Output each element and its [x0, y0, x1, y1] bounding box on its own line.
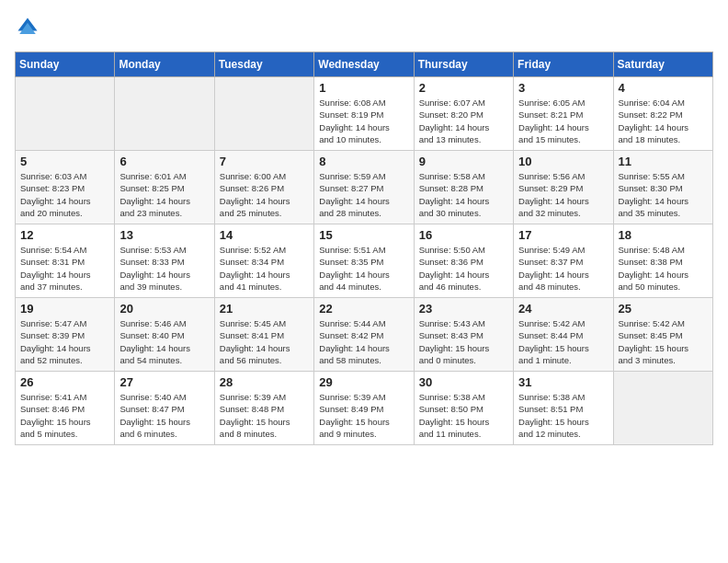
day-number: 26 [20, 375, 109, 389]
day-info: Sunrise: 6:05 AM Sunset: 8:21 PM Dayligh… [518, 97, 608, 145]
day-number: 31 [518, 375, 608, 389]
calendar-cell: 10Sunrise: 5:56 AM Sunset: 8:29 PM Dayli… [514, 151, 613, 224]
day-info: Sunrise: 5:45 AM Sunset: 8:41 PM Dayligh… [220, 317, 309, 366]
weekday-header-friday: Friday [514, 52, 613, 77]
day-info: Sunrise: 5:42 AM Sunset: 8:45 PM Dayligh… [619, 317, 708, 366]
calendar-cell: 1Sunrise: 6:08 AM Sunset: 8:19 PM Daylig… [314, 77, 414, 151]
weekday-header-row: SundayMondayTuesdayWednesdayThursdayFrid… [16, 52, 713, 77]
calendar-cell: 31Sunrise: 5:38 AM Sunset: 8:51 PM Dayli… [514, 372, 613, 445]
day-info: Sunrise: 5:51 AM Sunset: 8:35 PM Dayligh… [319, 244, 408, 293]
day-number: 6 [119, 155, 209, 168]
calendar-cell: 16Sunrise: 5:50 AM Sunset: 8:36 PM Dayli… [414, 224, 513, 298]
logo [15, 15, 44, 40]
day-number: 14 [220, 228, 309, 242]
day-info: Sunrise: 5:40 AM Sunset: 8:47 PM Dayligh… [119, 391, 209, 440]
day-info: Sunrise: 5:38 AM Sunset: 8:51 PM Dayligh… [518, 391, 608, 440]
calendar-table: SundayMondayTuesdayWednesdayThursdayFrid… [15, 52, 713, 445]
day-number: 22 [319, 302, 408, 316]
weekday-header-saturday: Saturday [613, 52, 712, 77]
calendar-cell: 15Sunrise: 5:51 AM Sunset: 8:35 PM Dayli… [314, 224, 414, 298]
calendar-body: 1Sunrise: 6:08 AM Sunset: 8:19 PM Daylig… [16, 77, 713, 445]
calendar-cell: 30Sunrise: 5:38 AM Sunset: 8:50 PM Dayli… [414, 372, 513, 445]
calendar-cell: 4Sunrise: 6:04 AM Sunset: 8:22 PM Daylig… [613, 77, 712, 151]
calendar-cell: 20Sunrise: 5:46 AM Sunset: 8:40 PM Dayli… [115, 298, 214, 372]
week-row-2: 5Sunrise: 6:03 AM Sunset: 8:23 PM Daylig… [16, 151, 713, 224]
day-number: 24 [518, 302, 608, 316]
week-row-5: 26Sunrise: 5:41 AM Sunset: 8:46 PM Dayli… [16, 372, 713, 445]
day-info: Sunrise: 5:50 AM Sunset: 8:36 PM Dayligh… [419, 244, 508, 293]
calendar-cell: 5Sunrise: 6:03 AM Sunset: 8:23 PM Daylig… [16, 151, 115, 224]
calendar-cell: 13Sunrise: 5:53 AM Sunset: 8:33 PM Dayli… [115, 224, 214, 298]
week-row-3: 12Sunrise: 5:54 AM Sunset: 8:31 PM Dayli… [16, 224, 713, 298]
day-number: 27 [119, 375, 209, 389]
day-number: 19 [20, 302, 109, 316]
calendar-cell: 27Sunrise: 5:40 AM Sunset: 8:47 PM Dayli… [115, 372, 214, 445]
week-row-4: 19Sunrise: 5:47 AM Sunset: 8:39 PM Dayli… [16, 298, 713, 372]
calendar-cell: 18Sunrise: 5:48 AM Sunset: 8:38 PM Dayli… [613, 224, 712, 298]
calendar-cell: 14Sunrise: 5:52 AM Sunset: 8:34 PM Dayli… [214, 224, 313, 298]
day-info: Sunrise: 5:42 AM Sunset: 8:44 PM Dayligh… [518, 317, 608, 366]
day-info: Sunrise: 5:46 AM Sunset: 8:40 PM Dayligh… [119, 317, 209, 366]
day-info: Sunrise: 5:39 AM Sunset: 8:48 PM Dayligh… [220, 391, 309, 440]
day-number: 18 [619, 228, 708, 242]
day-info: Sunrise: 6:08 AM Sunset: 8:19 PM Dayligh… [319, 97, 408, 145]
day-info: Sunrise: 5:47 AM Sunset: 8:39 PM Dayligh… [20, 317, 109, 366]
day-number: 12 [20, 228, 109, 242]
day-number: 23 [419, 302, 508, 316]
day-info: Sunrise: 5:41 AM Sunset: 8:46 PM Dayligh… [20, 391, 109, 440]
day-info: Sunrise: 5:53 AM Sunset: 8:33 PM Dayligh… [119, 244, 209, 293]
day-info: Sunrise: 6:03 AM Sunset: 8:23 PM Dayligh… [20, 170, 109, 219]
day-number: 28 [220, 375, 309, 389]
calendar-cell: 11Sunrise: 5:55 AM Sunset: 8:30 PM Dayli… [613, 151, 712, 224]
calendar-cell: 22Sunrise: 5:44 AM Sunset: 8:42 PM Dayli… [314, 298, 414, 372]
day-number: 3 [518, 81, 608, 95]
day-info: Sunrise: 5:39 AM Sunset: 8:49 PM Dayligh… [319, 391, 408, 440]
day-info: Sunrise: 5:54 AM Sunset: 8:31 PM Dayligh… [20, 244, 109, 293]
day-info: Sunrise: 5:55 AM Sunset: 8:30 PM Dayligh… [619, 170, 708, 219]
day-number: 11 [619, 155, 708, 168]
weekday-header-sunday: Sunday [16, 52, 115, 77]
day-number: 16 [419, 228, 508, 242]
day-number: 17 [518, 228, 608, 242]
logo-icon [15, 15, 40, 40]
day-number: 2 [419, 81, 508, 95]
day-info: Sunrise: 5:58 AM Sunset: 8:28 PM Dayligh… [419, 170, 508, 219]
day-number: 21 [220, 302, 309, 316]
day-number: 4 [619, 81, 708, 95]
day-info: Sunrise: 5:43 AM Sunset: 8:43 PM Dayligh… [419, 317, 508, 366]
calendar-cell: 25Sunrise: 5:42 AM Sunset: 8:45 PM Dayli… [613, 298, 712, 372]
calendar-cell: 8Sunrise: 5:59 AM Sunset: 8:27 PM Daylig… [314, 151, 414, 224]
day-number: 25 [619, 302, 708, 316]
day-number: 20 [119, 302, 209, 316]
day-info: Sunrise: 5:38 AM Sunset: 8:50 PM Dayligh… [419, 391, 508, 440]
day-info: Sunrise: 6:00 AM Sunset: 8:26 PM Dayligh… [220, 170, 309, 219]
day-number: 1 [319, 81, 408, 95]
day-info: Sunrise: 5:49 AM Sunset: 8:37 PM Dayligh… [518, 244, 608, 293]
calendar-cell: 21Sunrise: 5:45 AM Sunset: 8:41 PM Dayli… [214, 298, 313, 372]
day-info: Sunrise: 6:07 AM Sunset: 8:20 PM Dayligh… [419, 97, 508, 145]
week-row-1: 1Sunrise: 6:08 AM Sunset: 8:19 PM Daylig… [16, 77, 713, 151]
calendar-cell [16, 77, 115, 151]
day-info: Sunrise: 5:59 AM Sunset: 8:27 PM Dayligh… [319, 170, 408, 219]
calendar-cell: 9Sunrise: 5:58 AM Sunset: 8:28 PM Daylig… [414, 151, 513, 224]
day-info: Sunrise: 5:56 AM Sunset: 8:29 PM Dayligh… [518, 170, 608, 219]
page-header [15, 15, 713, 40]
weekday-header-monday: Monday [115, 52, 214, 77]
calendar-cell: 6Sunrise: 6:01 AM Sunset: 8:25 PM Daylig… [115, 151, 214, 224]
calendar-cell: 24Sunrise: 5:42 AM Sunset: 8:44 PM Dayli… [514, 298, 613, 372]
weekday-header-tuesday: Tuesday [214, 52, 313, 77]
day-info: Sunrise: 5:48 AM Sunset: 8:38 PM Dayligh… [619, 244, 708, 293]
day-number: 10 [518, 155, 608, 168]
calendar-cell: 3Sunrise: 6:05 AM Sunset: 8:21 PM Daylig… [514, 77, 613, 151]
calendar-cell: 7Sunrise: 6:00 AM Sunset: 8:26 PM Daylig… [214, 151, 313, 224]
calendar-cell: 26Sunrise: 5:41 AM Sunset: 8:46 PM Dayli… [16, 372, 115, 445]
day-number: 29 [319, 375, 408, 389]
calendar-cell: 19Sunrise: 5:47 AM Sunset: 8:39 PM Dayli… [16, 298, 115, 372]
calendar-cell [214, 77, 313, 151]
calendar-cell [115, 77, 214, 151]
day-number: 13 [119, 228, 209, 242]
day-number: 5 [20, 155, 109, 168]
weekday-header-wednesday: Wednesday [314, 52, 414, 77]
day-info: Sunrise: 5:52 AM Sunset: 8:34 PM Dayligh… [220, 244, 309, 293]
calendar-cell: 23Sunrise: 5:43 AM Sunset: 8:43 PM Dayli… [414, 298, 513, 372]
